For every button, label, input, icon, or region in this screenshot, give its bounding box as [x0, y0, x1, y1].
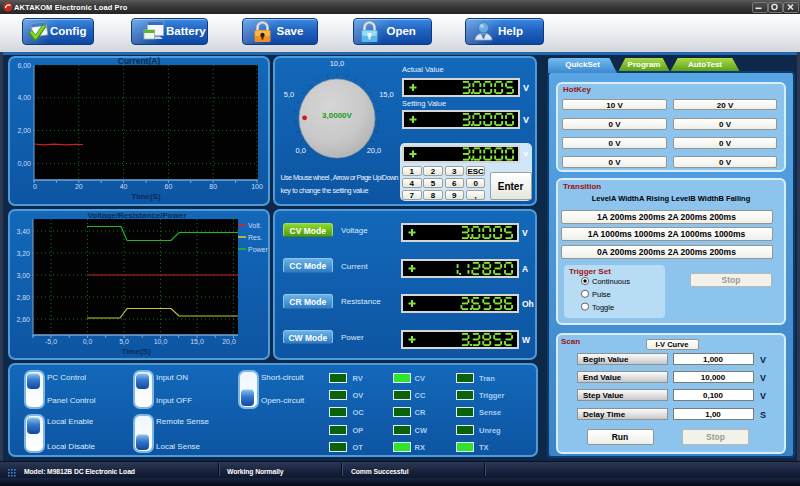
svg-text:Use Mouse wheel , Arrow or Pag: Use Mouse wheel , Arrow or Page Up/Down [281, 173, 399, 182]
svg-text:10,0: 10,0 [330, 59, 345, 68]
svg-text:0: 0 [33, 183, 37, 190]
svg-text:Voltage/Resistance/Power: Voltage/Resistance/Power [88, 211, 187, 220]
svg-text:4,00: 4,00 [17, 94, 31, 101]
svg-text:20,0: 20,0 [367, 146, 382, 155]
svg-text:0,0: 0,0 [296, 146, 306, 155]
svg-text:3,20: 3,20 [16, 250, 30, 257]
svg-text:Res.: Res. [248, 234, 262, 241]
svg-text:40: 40 [120, 183, 128, 190]
svg-text:5,0: 5,0 [119, 338, 129, 345]
svg-text:2,60: 2,60 [16, 316, 30, 323]
svg-text:Time(S): Time(S) [131, 192, 161, 201]
svg-text:2,00: 2,00 [17, 127, 31, 134]
svg-text:80: 80 [209, 183, 217, 190]
svg-text:5,0: 5,0 [284, 90, 294, 99]
svg-text:Toggle: Toggle [592, 303, 614, 312]
svg-text:0,0: 0,0 [83, 338, 93, 345]
svg-text:Pulse: Pulse [592, 290, 611, 299]
svg-text:Setting Value: Setting Value [402, 99, 446, 108]
svg-text:20: 20 [75, 183, 83, 190]
svg-text:3,40: 3,40 [16, 228, 30, 235]
svg-text:15,0: 15,0 [379, 90, 394, 99]
svg-text:Continuous: Continuous [592, 277, 630, 286]
svg-text:6,00: 6,00 [17, 62, 31, 69]
svg-text:20,0: 20,0 [222, 338, 236, 345]
svg-text:Time(S): Time(S) [121, 347, 151, 356]
svg-text:-5,0: -5,0 [45, 338, 57, 345]
svg-text:60: 60 [165, 183, 173, 190]
svg-text:3,00: 3,00 [16, 272, 30, 279]
svg-text:0,00: 0,00 [17, 160, 31, 167]
svg-text:100: 100 [251, 183, 263, 190]
svg-text:Power: Power [248, 246, 269, 253]
svg-text:10,0: 10,0 [154, 338, 168, 345]
svg-text:Volt.: Volt. [248, 222, 262, 229]
svg-text:3,0000V: 3,0000V [322, 111, 352, 120]
svg-text:Actual Value: Actual Value [402, 65, 444, 74]
svg-text:key to change the setting valu: key to change the setting value [281, 186, 369, 195]
svg-text:2,80: 2,80 [16, 294, 30, 301]
svg-text:15,0: 15,0 [190, 338, 204, 345]
